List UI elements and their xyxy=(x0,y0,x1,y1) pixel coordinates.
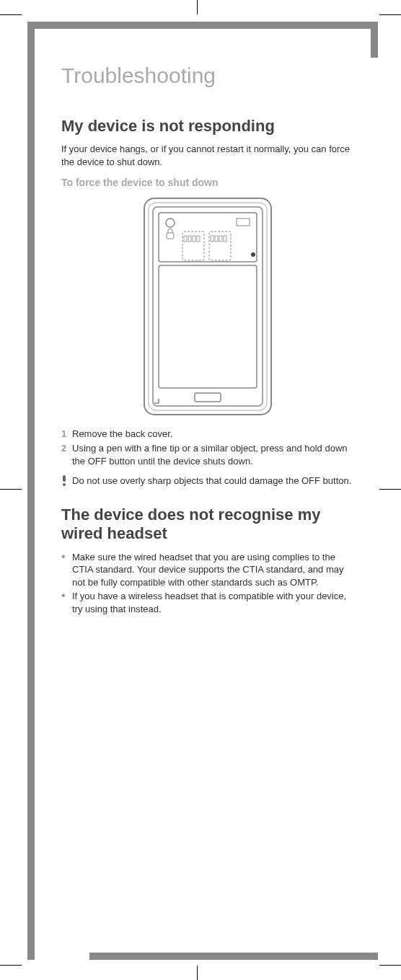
section-heading-1: My device is not responding xyxy=(61,117,354,136)
crop-mark xyxy=(0,14,22,15)
crop-mark xyxy=(379,14,401,15)
step-number: 2 xyxy=(61,442,72,467)
crop-mark xyxy=(0,489,22,490)
page-content: Troubleshooting My device is not respond… xyxy=(61,63,354,617)
page-frame xyxy=(27,22,35,960)
crop-mark xyxy=(379,965,401,966)
bullet-text: If you have a wireless headset that is c… xyxy=(72,590,354,615)
svg-rect-20 xyxy=(63,475,66,482)
device-back-diagram xyxy=(143,197,273,417)
bullet-list: • Make sure the wired headset that you a… xyxy=(61,551,354,616)
svg-point-17 xyxy=(251,252,255,257)
crop-mark xyxy=(0,965,22,966)
bullet-text: Make sure the wired headset that you are… xyxy=(72,551,354,589)
step-text: Remove the back cover. xyxy=(72,428,172,441)
steps-list: 1 Remove the back cover. 2 Using a pen w… xyxy=(61,428,354,467)
step-text: Using a pen with a fine tip or a similar… xyxy=(72,442,354,467)
crop-mark xyxy=(379,489,401,490)
bullet-dot-icon: • xyxy=(61,551,72,589)
step-item: 2 Using a pen with a fine tip or a simil… xyxy=(61,442,354,467)
crop-mark xyxy=(197,0,198,14)
warning-icon xyxy=(61,474,72,490)
crop-mark xyxy=(197,966,198,980)
svg-rect-0 xyxy=(144,198,271,415)
page-frame xyxy=(89,953,378,960)
warning-text: Do not use overly sharp objects that cou… xyxy=(72,474,351,490)
page-title: Troubleshooting xyxy=(61,63,354,88)
bullet-dot-icon: • xyxy=(61,590,72,615)
svg-point-21 xyxy=(63,483,66,486)
page-frame xyxy=(371,22,378,58)
section-heading-2: The device does not recognise my wired h… xyxy=(61,506,354,544)
warning-note: Do not use overly sharp objects that cou… xyxy=(61,474,354,490)
bullet-item: • Make sure the wired headset that you a… xyxy=(61,551,354,589)
step-number: 1 xyxy=(61,428,72,441)
step-item: 1 Remove the back cover. xyxy=(61,428,354,441)
page-frame xyxy=(27,22,378,29)
bullet-item: • If you have a wireless headset that is… xyxy=(61,590,354,615)
section-intro-1: If your device hangs, or if you cannot r… xyxy=(61,143,354,168)
section-subheading-1: To force the device to shut down xyxy=(61,177,354,188)
